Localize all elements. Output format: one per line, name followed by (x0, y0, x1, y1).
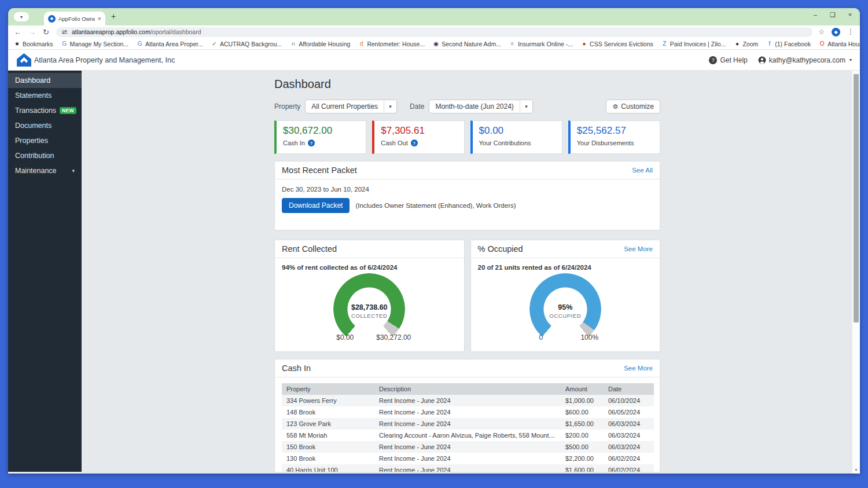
bookmark-item[interactable]: ◉Second Nature Adm... (433, 41, 501, 47)
rent-collected-gauge: $28,738.60 COLLECTED $0.00 $30,272.00 (323, 273, 415, 350)
cash-in-card: Cash In See More PropertyDescriptionAmou… (274, 359, 660, 472)
company-name: Atlanta Area Property and Management, In… (34, 56, 175, 64)
info-icon[interactable]: ? (411, 140, 418, 146)
column-header: Description (374, 383, 561, 395)
sidebar-item-documents[interactable]: Documents (8, 118, 82, 133)
bookmark-label: Rentometer: House... (367, 41, 425, 47)
address-bar[interactable]: atlantaareaprop.appfolio.com/oportal/das… (56, 27, 812, 37)
bookmark-item[interactable]: GManage My Section... (61, 41, 129, 47)
bookmark-item[interactable]: GAtlanta Area Proper... (137, 41, 203, 47)
sidebar-item-transactions[interactable]: TransactionsNEW (8, 103, 82, 118)
date-select[interactable]: Month-to-date (Jun 2024) ▼ (429, 100, 532, 113)
summary-amount: $25,562.57 (577, 125, 653, 137)
summary-card: $25,562.57Your Disbursements (568, 120, 660, 154)
bookmark-item[interactable]: ●CSS Services Evictions (581, 41, 653, 47)
summary-amount: $0.00 (479, 125, 556, 137)
table-row: 334 Powers FerryRent Income - June 2024$… (282, 395, 654, 406)
bookmark-star-icon[interactable]: ☆ (818, 28, 825, 36)
bookmark-label: Affordable Housing (299, 41, 350, 47)
download-packet-button[interactable]: Download Packet (282, 198, 350, 213)
bookmark-item[interactable]: f(1) Facebook (766, 41, 811, 47)
table-row: 40 Harris Unit 100Rent Income - June 202… (282, 464, 654, 472)
new-tab-button[interactable]: + (111, 12, 116, 21)
gauge-max-label: $30,272.00 (376, 333, 411, 342)
see-more-link[interactable]: See More (624, 245, 653, 252)
table-cell: 40 Harris Unit 100 (282, 464, 374, 472)
chrome-menu-icon[interactable]: ⋮ (847, 28, 854, 36)
bookmark-item[interactable]: dRentometer: House... (358, 41, 425, 47)
bookmark-item[interactable]: ★Bookmarks (14, 41, 53, 47)
sidebar-item-properties[interactable]: Properties (8, 133, 82, 148)
page-scrollbar[interactable]: ▲ ▼ (852, 50, 860, 474)
get-help-button[interactable]: ? Get Help (709, 56, 747, 64)
summary-card: $0.00Your Contributions (470, 120, 562, 154)
close-button[interactable]: × (846, 11, 854, 19)
chevron-down-icon[interactable]: ▼ (384, 100, 396, 113)
bookmark-favicon-icon: ★ (14, 41, 20, 47)
info-icon[interactable]: ? (308, 140, 315, 146)
see-all-link[interactable]: See All (632, 167, 653, 174)
table-row: 130 BrookRent Income - June 2024$2,200.0… (282, 453, 654, 464)
filters-row: Property All Current Properties ▼ Date M… (274, 100, 660, 113)
forward-icon[interactable]: → (28, 28, 36, 36)
bookmark-favicon-icon: Z (661, 41, 668, 47)
appfolio-logo-icon[interactable] (16, 53, 32, 67)
sidebar-item-maintenance[interactable]: Maintenance▾ (8, 163, 82, 178)
page-title: Dashboard (274, 78, 660, 90)
site-settings-icon[interactable] (61, 29, 68, 35)
table-cell: Rent Income - June 2024 (374, 406, 561, 418)
chevron-down-icon: ▾ (849, 57, 852, 63)
bookmarks-list: ★BookmarksGManage My Section...GAtlanta … (14, 41, 860, 47)
tab-strip: ▾ ◆ AppFolio Owner Portal | Dashb × + – … (8, 8, 860, 25)
table-cell: 06/02/2024 (604, 453, 654, 464)
customize-button[interactable]: ⚙ Customize (606, 100, 660, 113)
column-header: Amount (561, 383, 604, 395)
bookmark-favicon-icon: ● (734, 41, 740, 47)
column-header: Property (282, 383, 374, 395)
sidebar-item-contribution[interactable]: Contribution (8, 148, 82, 163)
bookmark-item[interactable]: ✓ACUTRAQ Backgrou... (211, 41, 282, 47)
table-cell: 334 Powers Ferry (282, 395, 374, 406)
table-cell: $600.00 (561, 406, 604, 418)
scrollbar-thumb[interactable] (854, 74, 859, 322)
restore-button[interactable]: ❑ (829, 11, 837, 19)
sidebar-item-dashboard[interactable]: Dashboard (8, 73, 82, 88)
user-avatar-icon (758, 56, 766, 64)
bookmark-favicon-icon: ◉ (433, 41, 439, 47)
chevron-down-icon: ▾ (72, 168, 75, 174)
table-cell: $500.00 (561, 441, 604, 453)
bookmark-favicon-icon: ≡ (509, 41, 516, 47)
rent-collected-card: Rent Collected 94% of rent collected as … (274, 240, 465, 352)
gauge-value: $28,738.60 (323, 303, 415, 311)
summary-cards: $30,672.00Cash In?$7,305.61Cash Out?$0.0… (274, 120, 660, 154)
bookmark-item[interactable]: ●Zoom (734, 41, 758, 47)
page-content: Atlanta Area Property and Management, In… (8, 50, 860, 474)
bookmark-item[interactable]: ZPaid Invoices | Zilo... (661, 41, 726, 47)
appfolio-favicon-icon: ◆ (48, 15, 56, 23)
bookmark-item[interactable]: ≡Insurmark Online -... (509, 41, 573, 47)
scroll-down-icon[interactable]: ▼ (852, 468, 860, 472)
browser-tab[interactable]: ◆ AppFolio Owner Portal | Dashb × (44, 12, 105, 25)
tab-close-icon[interactable]: × (98, 15, 101, 22)
bookmark-item[interactable]: ∩Affordable Housing (290, 41, 350, 47)
table-cell: 150 Brook (282, 441, 374, 453)
property-select[interactable]: All Current Properties ▼ (305, 100, 397, 113)
sidebar-item-statements[interactable]: Statements (8, 88, 82, 103)
bookmark-label: CSS Services Evictions (590, 41, 653, 47)
see-more-link[interactable]: See More (624, 365, 653, 372)
user-menu[interactable]: kathy@kathypecora.com ▾ (758, 56, 852, 64)
rent-collected-subtitle: 94% of rent collected as of 6/24/2024 (282, 264, 457, 271)
tab-search-button[interactable]: ▾ (14, 12, 29, 21)
chevron-down-icon[interactable]: ▼ (520, 100, 532, 113)
reload-icon[interactable]: ↻ (43, 28, 49, 36)
back-icon[interactable]: ← (14, 28, 21, 36)
minimize-button[interactable]: – (811, 11, 819, 19)
browser-toolbar: ← → ↻ atlantaareaprop.appfolio.com/oport… (8, 25, 860, 38)
bookmark-item[interactable]: OAtlanta Housing (819, 41, 860, 47)
summary-amount: $30,672.00 (283, 125, 359, 137)
table-cell: 06/03/2024 (604, 430, 654, 441)
table-cell: 06/02/2024 (604, 464, 654, 472)
appfolio-extension-icon[interactable]: ◆ (832, 28, 840, 36)
sidebar-nav: DashboardStatementsTransactionsNEWDocume… (8, 71, 82, 472)
bookmark-favicon-icon: d (358, 41, 365, 47)
